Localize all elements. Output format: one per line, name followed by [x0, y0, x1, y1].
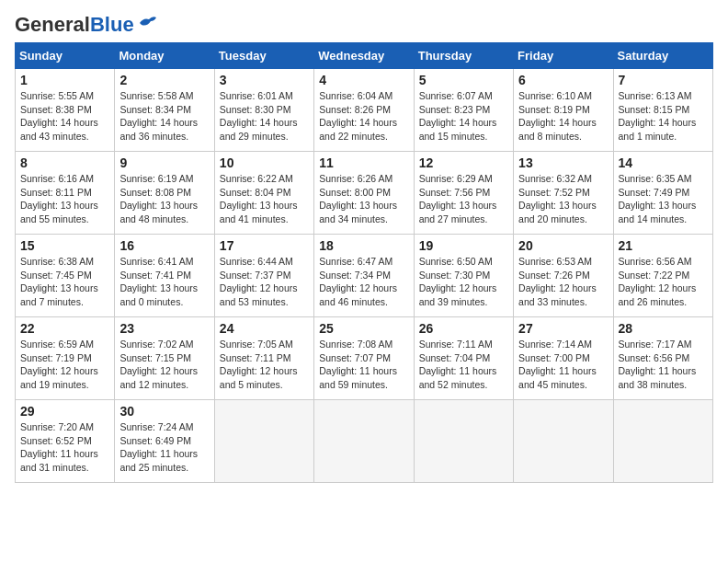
day-number: 24: [220, 321, 309, 336]
calendar-cell: 14Sunrise: 6:35 AM Sunset: 7:49 PM Dayli…: [613, 152, 712, 235]
day-number: 8: [20, 155, 109, 170]
calendar-cell: 4Sunrise: 6:04 AM Sunset: 8:26 PM Daylig…: [314, 69, 414, 152]
day-number: 23: [119, 321, 209, 336]
day-number: 18: [319, 238, 408, 253]
column-header-tuesday: Tuesday: [214, 43, 313, 69]
calendar-cell: 21Sunrise: 6:56 AM Sunset: 7:22 PM Dayli…: [613, 235, 712, 317]
week-row-5: 29Sunrise: 7:20 AM Sunset: 6:52 PM Dayli…: [16, 400, 713, 483]
day-info: Sunrise: 6:56 AM Sunset: 7:22 PM Dayligh…: [619, 255, 708, 309]
week-row-3: 15Sunrise: 6:38 AM Sunset: 7:45 PM Dayli…: [16, 235, 713, 317]
day-info: Sunrise: 6:19 AM Sunset: 8:08 PM Dayligh…: [119, 172, 209, 226]
logo-bird-icon: [138, 14, 158, 30]
calendar-cell: 9Sunrise: 6:19 AM Sunset: 8:08 PM Daylig…: [115, 152, 214, 235]
calendar-cell: 10Sunrise: 6:22 AM Sunset: 8:04 PM Dayli…: [214, 152, 313, 235]
calendar-cell: 19Sunrise: 6:50 AM Sunset: 7:30 PM Dayli…: [414, 235, 513, 317]
calendar-table: SundayMondayTuesdayWednesdayThursdayFrid…: [15, 42, 713, 483]
day-info: Sunrise: 6:35 AM Sunset: 7:49 PM Dayligh…: [619, 172, 708, 226]
day-info: Sunrise: 6:13 AM Sunset: 8:15 PM Dayligh…: [619, 89, 708, 144]
column-header-wednesday: Wednesday: [314, 43, 414, 69]
week-row-2: 8Sunrise: 6:16 AM Sunset: 8:11 PM Daylig…: [16, 152, 713, 235]
day-number: 27: [518, 321, 608, 336]
calendar-cell: 3Sunrise: 6:01 AM Sunset: 8:30 PM Daylig…: [214, 69, 313, 152]
day-info: Sunrise: 6:04 AM Sunset: 8:26 PM Dayligh…: [319, 89, 408, 144]
logo: GeneralBlue: [15, 15, 158, 35]
calendar-cell: 8Sunrise: 6:16 AM Sunset: 8:11 PM Daylig…: [16, 152, 115, 235]
day-info: Sunrise: 7:08 AM Sunset: 7:07 PM Dayligh…: [319, 338, 408, 392]
calendar-cell: 11Sunrise: 6:26 AM Sunset: 8:00 PM Dayli…: [314, 152, 414, 235]
calendar-cell: 22Sunrise: 6:59 AM Sunset: 7:19 PM Dayli…: [16, 317, 115, 400]
day-number: 3: [220, 73, 309, 87]
day-info: Sunrise: 6:38 AM Sunset: 7:45 PM Dayligh…: [20, 255, 109, 309]
column-header-thursday: Thursday: [414, 43, 513, 69]
day-info: Sunrise: 7:24 AM Sunset: 6:49 PM Dayligh…: [119, 420, 209, 475]
day-number: 13: [518, 155, 608, 170]
day-info: Sunrise: 7:14 AM Sunset: 7:00 PM Dayligh…: [518, 338, 608, 392]
calendar-cell: 24Sunrise: 7:05 AM Sunset: 7:11 PM Dayli…: [214, 317, 313, 400]
day-number: 10: [220, 155, 309, 170]
day-number: 19: [419, 238, 508, 253]
day-info: Sunrise: 7:20 AM Sunset: 6:52 PM Dayligh…: [20, 420, 109, 475]
day-number: 20: [518, 238, 608, 253]
calendar-cell: 17Sunrise: 6:44 AM Sunset: 7:37 PM Dayli…: [214, 235, 313, 317]
day-number: 5: [419, 73, 508, 87]
day-info: Sunrise: 6:01 AM Sunset: 8:30 PM Dayligh…: [220, 89, 309, 144]
day-number: 29: [20, 404, 109, 419]
calendar-cell: 28Sunrise: 7:17 AM Sunset: 6:56 PM Dayli…: [613, 317, 712, 400]
calendar-cell: 20Sunrise: 6:53 AM Sunset: 7:26 PM Dayli…: [514, 235, 613, 317]
day-info: Sunrise: 6:16 AM Sunset: 8:11 PM Dayligh…: [20, 172, 109, 226]
week-row-1: 1Sunrise: 5:55 AM Sunset: 8:38 PM Daylig…: [16, 69, 713, 152]
day-number: 26: [419, 321, 508, 336]
calendar-cell: 6Sunrise: 6:10 AM Sunset: 8:19 PM Daylig…: [514, 69, 613, 152]
page-header: GeneralBlue: [15, 15, 713, 35]
calendar-cell: [214, 400, 313, 483]
calendar-cell: [314, 400, 414, 483]
day-info: Sunrise: 7:02 AM Sunset: 7:15 PM Dayligh…: [119, 338, 209, 392]
day-number: 9: [119, 155, 209, 170]
day-info: Sunrise: 6:50 AM Sunset: 7:30 PM Dayligh…: [419, 255, 508, 309]
day-number: 2: [119, 73, 209, 87]
day-number: 28: [619, 321, 708, 336]
calendar-cell: 26Sunrise: 7:11 AM Sunset: 7:04 PM Dayli…: [414, 317, 513, 400]
column-header-saturday: Saturday: [613, 43, 712, 69]
calendar-cell: 1Sunrise: 5:55 AM Sunset: 8:38 PM Daylig…: [16, 69, 115, 152]
calendar-cell: 29Sunrise: 7:20 AM Sunset: 6:52 PM Dayli…: [16, 400, 115, 483]
calendar-cell: 23Sunrise: 7:02 AM Sunset: 7:15 PM Dayli…: [115, 317, 214, 400]
day-info: Sunrise: 6:32 AM Sunset: 7:52 PM Dayligh…: [518, 172, 608, 226]
day-number: 6: [518, 73, 608, 87]
day-info: Sunrise: 6:44 AM Sunset: 7:37 PM Dayligh…: [220, 255, 309, 309]
day-info: Sunrise: 6:26 AM Sunset: 8:00 PM Dayligh…: [319, 172, 408, 226]
calendar-cell: [613, 400, 712, 483]
day-number: 25: [319, 321, 408, 336]
calendar-cell: 18Sunrise: 6:47 AM Sunset: 7:34 PM Dayli…: [314, 235, 414, 317]
day-info: Sunrise: 6:29 AM Sunset: 7:56 PM Dayligh…: [419, 172, 508, 226]
calendar-cell: 13Sunrise: 6:32 AM Sunset: 7:52 PM Dayli…: [514, 152, 613, 235]
logo-text: GeneralBlue: [15, 15, 134, 35]
day-number: 30: [119, 404, 209, 419]
calendar-cell: 16Sunrise: 6:41 AM Sunset: 7:41 PM Dayli…: [115, 235, 214, 317]
day-number: 17: [220, 238, 309, 253]
calendar-cell: 15Sunrise: 6:38 AM Sunset: 7:45 PM Dayli…: [16, 235, 115, 317]
day-info: Sunrise: 6:10 AM Sunset: 8:19 PM Dayligh…: [518, 89, 608, 144]
calendar-cell: 7Sunrise: 6:13 AM Sunset: 8:15 PM Daylig…: [613, 69, 712, 152]
column-header-friday: Friday: [514, 43, 613, 69]
calendar-cell: 30Sunrise: 7:24 AM Sunset: 6:49 PM Dayli…: [115, 400, 214, 483]
calendar-cell: 25Sunrise: 7:08 AM Sunset: 7:07 PM Dayli…: [314, 317, 414, 400]
day-info: Sunrise: 6:59 AM Sunset: 7:19 PM Dayligh…: [20, 338, 109, 392]
day-info: Sunrise: 6:47 AM Sunset: 7:34 PM Dayligh…: [319, 255, 408, 309]
day-info: Sunrise: 6:41 AM Sunset: 7:41 PM Dayligh…: [119, 255, 209, 309]
calendar-cell: 27Sunrise: 7:14 AM Sunset: 7:00 PM Dayli…: [514, 317, 613, 400]
day-number: 11: [319, 155, 408, 170]
day-number: 7: [619, 73, 708, 87]
day-number: 12: [419, 155, 508, 170]
day-info: Sunrise: 5:58 AM Sunset: 8:34 PM Dayligh…: [119, 89, 209, 144]
day-number: 1: [20, 73, 109, 87]
day-info: Sunrise: 5:55 AM Sunset: 8:38 PM Dayligh…: [20, 89, 109, 144]
column-header-monday: Monday: [115, 43, 214, 69]
day-number: 16: [119, 238, 209, 253]
day-info: Sunrise: 6:22 AM Sunset: 8:04 PM Dayligh…: [220, 172, 309, 226]
day-info: Sunrise: 6:07 AM Sunset: 8:23 PM Dayligh…: [419, 89, 508, 144]
day-number: 22: [20, 321, 109, 336]
day-info: Sunrise: 7:11 AM Sunset: 7:04 PM Dayligh…: [419, 338, 508, 392]
column-header-sunday: Sunday: [16, 43, 115, 69]
calendar-cell: [514, 400, 613, 483]
